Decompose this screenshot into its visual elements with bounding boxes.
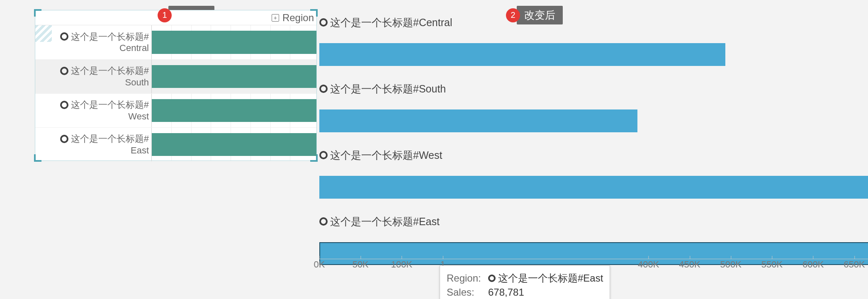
marker-icon [60,101,68,109]
after-row[interactable]: 这个是一个长标题#Central [319,10,868,76]
before-row-label: 这个是一个长标题# Central [35,25,151,59]
screenshot-root: 1 改变前 2 改变后 + Region 这个是一个长标题# Central [0,0,868,299]
before-rows: 这个是一个长标题# Central 这个是一个长标题# South 这个是一个长… [35,25,316,161]
marker-icon [319,217,328,226]
marker-icon [488,275,496,282]
before-row[interactable]: 这个是一个长标题# East [35,127,316,161]
tooltip: Region: 这个是一个长标题#East Sales: 678,781 [440,265,610,299]
before-row[interactable]: 这个是一个长标题# Central [35,25,316,59]
before-bar[interactable] [152,65,316,88]
before-bar[interactable] [152,133,316,156]
after-row-label: 这个是一个长标题#West [330,148,442,162]
chart-before-panel: + Region 这个是一个长标题# Central 这个是一个长标题# Sou… [35,10,317,161]
expand-icon[interactable]: + [272,14,279,22]
before-row[interactable]: 这个是一个长标题# South [35,59,316,93]
after-row-label: 这个是一个长标题#East [330,215,440,229]
after-bar[interactable] [319,176,868,199]
chart-after-panel: 这个是一个长标题#Central 这个是一个长标题#South 这个是一个长标题… [319,10,868,275]
tooltip-key-sales: Sales: [447,287,488,298]
axis-tick: 100K [391,259,412,270]
tooltip-val-region: 这个是一个长标题#East [498,272,603,285]
before-row-label: 这个是一个长标题# South [35,60,151,93]
after-row-label: 这个是一个长标题#Central [330,16,452,29]
tooltip-key-region: Region: [447,272,488,284]
marker-icon [60,67,68,75]
axis-tick: 500K [720,259,742,270]
before-header[interactable]: + Region [35,10,316,25]
after-row[interactable]: 这个是一个长标题#West [319,143,868,209]
axis-tick: 600K [802,259,824,270]
before-row-label: 这个是一个长标题# West [35,94,151,127]
marker-icon [319,151,328,159]
badge-number-2: 2 [506,8,520,22]
tooltip-val-sales: 678,781 [488,287,524,298]
axis-tick: 400K [638,259,659,270]
after-row[interactable]: 这个是一个长标题#South [319,76,868,143]
marker-icon [60,32,68,41]
after-bar[interactable] [319,109,637,132]
after-bar[interactable] [319,43,725,66]
marker-icon [60,135,68,143]
before-row[interactable]: 这个是一个长标题# West [35,93,316,127]
axis-tick: 50K [353,259,369,270]
marker-icon [319,18,328,27]
axis-tick: 450K [679,259,700,270]
badge-number-1: 1 [158,8,172,22]
marker-icon [319,85,328,93]
before-row-label: 这个是一个长标题# East [35,128,151,161]
axis-tick: 650K [844,259,865,270]
axis-tick: 0K [314,259,325,270]
after-row-label: 这个是一个长标题#South [330,82,446,96]
before-header-title: Region [282,12,314,24]
before-bar[interactable] [152,31,316,54]
axis-tick: 550K [761,259,783,270]
before-bar[interactable] [152,99,316,122]
